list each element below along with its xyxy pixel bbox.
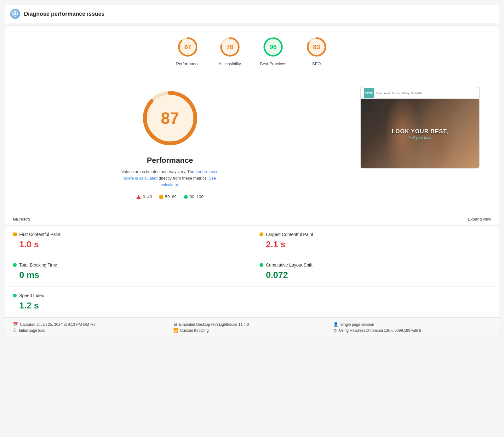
footer-session-text: Single page session (340, 322, 374, 327)
performance-description: Values are estimated and may vary. The p… (117, 169, 224, 188)
legend-average-label: 50–89 (165, 194, 176, 199)
page-title: Diagnose performance issues (24, 11, 105, 17)
score-circle-seo: 83 (305, 36, 328, 58)
metric-tbt-value: 0 ms (19, 270, 244, 280)
metrics-section-label: METRICS (13, 217, 31, 221)
score-label-accessibility: Accessibility (219, 61, 241, 66)
metric-cls-label: Cumulative Layout Shift (266, 262, 312, 267)
metric-si: Speed Index 1.2 s (5, 287, 252, 317)
score-label-seo: SEO (312, 61, 321, 66)
metric-si-label: Speed Index (19, 293, 44, 298)
circle-icon (184, 195, 188, 199)
score-item-seo: 83 SEO (305, 36, 328, 66)
site-preview: PATEL Home About Services Gallery Contac… (360, 87, 480, 169)
cls-status-dot (260, 263, 263, 267)
score-row: 87 Performance 78 Accessibility (5, 26, 499, 74)
metric-si-value: 1.2 s (19, 301, 244, 311)
desc-link1[interactable]: performance score is calculated (124, 169, 218, 181)
calendar-icon: 📅 (13, 322, 18, 327)
metric-fcp: First Contentful Paint 1.0 s (5, 226, 252, 256)
score-value-accessibility: 78 (226, 43, 233, 51)
footer-emulated: 🖥 Emulated Desktop with Lighthouse 11.4.… (173, 322, 331, 327)
preview-logo: PATEL (364, 88, 374, 98)
footer-env-info: 🖥 Emulated Desktop with Lighthouse 11.4.… (173, 322, 331, 333)
score-value-performance: 87 (184, 43, 191, 51)
metrics-header: METRICS Expand view (5, 212, 499, 225)
metric-cls-value: 0.072 (266, 270, 491, 280)
footer-chromium: ⚙ Using HeadlessChromium 120.0.6099.199 … (333, 328, 491, 333)
lcp-status-dot (260, 233, 263, 236)
metric-lcp-name-row: Largest Contentful Paint (260, 232, 491, 237)
app-header: Diagnose performance issues (5, 5, 499, 23)
square-icon (159, 195, 163, 199)
footer-captured-text: Captured at Jan 25, 2024 at 9:13 PM GMT+… (20, 322, 95, 327)
footer-load-text: Initial page load (19, 328, 45, 333)
big-score-label: Performance (147, 156, 193, 165)
metric-tbt-label: Total Blocking Time (19, 262, 57, 267)
score-value-best-practices: 96 (270, 43, 277, 51)
footer-throttling: 📶 Custom throttling (173, 328, 331, 333)
user-icon: 👤 (333, 322, 338, 327)
score-circle-performance: 87 (176, 36, 199, 58)
triangle-icon (136, 195, 141, 199)
score-item-best-practices: 96 Best Practices (260, 36, 286, 66)
preview-hero: LOOK YOUR BEST, feel your best (361, 99, 479, 169)
desc-link2[interactable]: See calculator. (161, 176, 216, 187)
preview-subline: feel your best (392, 135, 448, 140)
footer-load-type: ⏱ Initial page load (13, 328, 171, 333)
wifi-icon: 📶 (173, 328, 178, 333)
metric-si-name-row: Speed Index (13, 293, 244, 298)
expand-view-button[interactable]: Expand view (468, 217, 491, 221)
legend-average: 50–89 (159, 194, 176, 199)
legend-good-label: 90–100 (190, 194, 203, 199)
performance-detail: 87 Performance Values are estimated and … (24, 87, 316, 199)
metric-lcp-value: 2.1 s (266, 239, 491, 250)
content-area: 87 Performance Values are estimated and … (5, 74, 499, 212)
tbt-status-dot (13, 263, 17, 267)
legend-row: 0–49 50–89 90–100 (136, 194, 203, 199)
score-label-best-practices: Best Practices (260, 61, 286, 66)
legend-poor: 0–49 (136, 194, 152, 199)
footer-session: 👤 Single page session (333, 322, 491, 327)
metrics-grid: First Contentful Paint 1.0 s Largest Con… (5, 225, 499, 317)
desktop-icon: 🖥 (173, 322, 177, 327)
big-gauge: 87 (139, 87, 202, 150)
preview-navbar: PATEL Home About Services Gallery Contac… (361, 87, 479, 99)
score-circle-best-practices: 96 (262, 36, 284, 58)
metric-tbt-name-row: Total Blocking Time (13, 262, 244, 267)
score-label-performance: Performance (176, 61, 199, 66)
score-value-seo: 83 (313, 43, 320, 51)
metric-tbt: Total Blocking Time 0 ms (5, 256, 252, 287)
footer-emulated-text: Emulated Desktop with Lighthouse 11.4.0 (179, 322, 249, 327)
metric-cls: Cumulative Layout Shift 0.072 (252, 256, 499, 287)
metric-fcp-value: 1.0 s (19, 239, 244, 250)
legend-good: 90–100 (184, 194, 203, 199)
metric-empty (252, 287, 499, 317)
main-card: 87 Performance 78 Accessibility (5, 25, 499, 337)
fcp-status-dot (13, 233, 17, 236)
svg-point-1 (14, 13, 16, 15)
legend-poor-label: 0–49 (143, 194, 152, 199)
metric-lcp-label: Largest Contentful Paint (266, 232, 313, 237)
metric-cls-name-row: Cumulative Layout Shift (260, 262, 491, 267)
vertical-divider (338, 87, 338, 199)
app-icon (10, 9, 20, 19)
score-circle-accessibility: 78 (219, 36, 241, 58)
metric-lcp: Largest Contentful Paint 2.1 s (252, 226, 499, 256)
footer-captured: 📅 Captured at Jan 25, 2024 at 9:13 PM GM… (13, 322, 171, 327)
score-item-accessibility: 78 Accessibility (219, 36, 241, 66)
big-score-value: 87 (161, 109, 179, 128)
footer-bar: 📅 Captured at Jan 25, 2024 at 9:13 PM GM… (5, 317, 499, 337)
site-preview-container: PATEL Home About Services Gallery Contac… (360, 87, 480, 169)
metric-fcp-name-row: First Contentful Paint (13, 232, 244, 237)
footer-chromium-text: Using HeadlessChromium 120.0.6099.199 wi… (339, 328, 421, 333)
footer-capture-info: 📅 Captured at Jan 25, 2024 at 9:13 PM GM… (13, 322, 171, 333)
score-item-performance: 87 Performance (176, 36, 199, 66)
footer-throttling-text: Custom throttling (180, 328, 209, 333)
metric-fcp-label: First Contentful Paint (19, 232, 60, 237)
preview-nav: Home About Services Gallery Contact Us (376, 92, 422, 94)
timer-icon: ⏱ (13, 328, 17, 333)
preview-text: LOOK YOUR BEST, feel your best (392, 128, 448, 140)
preview-headline: LOOK YOUR BEST, (392, 128, 448, 135)
footer-session-info: 👤 Single page session ⚙ Using HeadlessCh… (333, 322, 491, 333)
